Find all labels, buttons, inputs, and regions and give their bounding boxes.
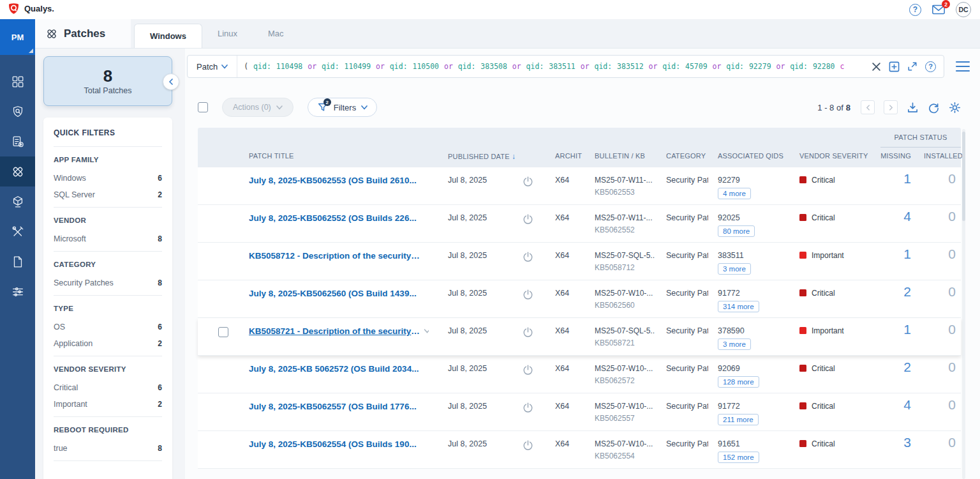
filter-item[interactable]: true8 (54, 440, 162, 457)
col-missing[interactable]: MISSING (880, 152, 924, 167)
sidebar-item-tools[interactable] (0, 217, 35, 247)
sidebar-item-dashboard[interactable] (0, 66, 35, 96)
patch-title-link[interactable]: July 8, 2025-KB5062560 (OS Build 1439... (249, 289, 417, 298)
more-qids-chip[interactable]: 80 more (718, 225, 755, 237)
search-query-input[interactable]: ( qid: 110498 or qid: 110499 or qid: 110… (237, 62, 864, 71)
row-checkbox[interactable] (218, 327, 228, 337)
severity-label: Critical (812, 176, 835, 185)
table-row[interactable]: July 8, 2025-KB5062557 (OS Build 1776...… (198, 393, 961, 431)
next-page-button[interactable] (884, 100, 898, 114)
col-installed[interactable]: INSTALLED (924, 152, 961, 167)
missing-count[interactable]: 2 (880, 280, 924, 317)
download-icon[interactable] (907, 102, 919, 114)
table-row[interactable]: July 8, 2025-KB5062553 (OS Build 2610...… (198, 167, 961, 205)
patch-title-link[interactable]: KB5058721 - Description of the security … (249, 326, 420, 336)
table-row[interactable]: July 8, 2025-KB5062552 (OS Builds 226...… (198, 205, 961, 243)
refresh-icon[interactable] (928, 102, 940, 114)
user-avatar[interactable]: DC (956, 2, 971, 17)
sidebar-item-shield-scan[interactable] (0, 96, 35, 126)
collapse-panel-button[interactable] (163, 73, 179, 90)
tab-mac[interactable]: Mac (253, 19, 299, 48)
search-scope-dropdown[interactable]: Patch (188, 56, 237, 77)
patch-title-link[interactable]: July 8, 2025-KB5062552 (OS Builds 226... (249, 213, 417, 223)
missing-count[interactable]: 3 (880, 431, 924, 468)
missing-count[interactable]: 4 (880, 205, 924, 242)
patch-title-link[interactable]: July 8, 2025-KB5062557 (OS Build 1776... (249, 402, 417, 411)
expand-search-icon[interactable] (907, 61, 917, 72)
table-row[interactable]: KB5058712 - Description of the security … (198, 243, 961, 280)
table-row[interactable]: July 8, 2025-KB5062560 (OS Build 1439...… (198, 280, 961, 318)
missing-count[interactable]: 1 (880, 243, 924, 280)
more-qids-chip[interactable]: 314 more (718, 301, 759, 312)
qid-value: 92069 (718, 364, 790, 373)
menu-icon[interactable] (956, 61, 970, 74)
table-scrollbar-thumb[interactable] (962, 132, 965, 221)
missing-count[interactable]: 1 (880, 167, 924, 204)
installed-count[interactable]: 0 (924, 280, 961, 317)
row-expand-chevron[interactable] (424, 326, 429, 335)
installed-count[interactable]: 0 (924, 243, 961, 280)
col-published-date[interactable]: PUBLISHED DATE ↓ (429, 152, 512, 167)
sidebar-item-assets[interactable] (0, 186, 35, 217)
module-switcher[interactable]: PM (0, 19, 35, 55)
col-vendor-severity[interactable]: VENDOR SEVERITY (790, 152, 880, 167)
filter-item[interactable]: Application2 (54, 335, 162, 352)
prev-page-button[interactable] (861, 100, 875, 114)
filter-item[interactable]: Critical6 (54, 379, 162, 396)
filter-item-count: 6 (158, 383, 162, 392)
filter-item[interactable]: Security Patches8 (54, 275, 162, 291)
col-patch-title[interactable]: PATCH TITLE (231, 152, 429, 167)
table-row[interactable]: July 8, 2025-KB5062554 (OS Builds 190...… (198, 431, 961, 469)
installed-count[interactable]: 0 (924, 205, 961, 242)
installed-count[interactable]: 0 (924, 356, 961, 393)
help-icon[interactable]: ? (909, 4, 921, 16)
installed-count[interactable]: 0 (924, 167, 961, 204)
more-qids-chip[interactable]: 3 more (718, 263, 751, 275)
table-row[interactable]: July 8, 2025-KB 5062572 (OS Build 2034..… (198, 356, 961, 393)
clear-search-icon[interactable] (872, 62, 881, 72)
more-qids-chip[interactable]: 128 more (718, 376, 759, 388)
select-all-checkbox[interactable] (198, 102, 208, 112)
kb-id: KB5062560 (595, 301, 655, 310)
more-qids-chip[interactable]: 152 more (718, 452, 759, 463)
col-associated-qids[interactable]: ASSOCIATED QIDS (708, 152, 790, 167)
filters-button[interactable]: 2 Filters (308, 98, 377, 117)
filter-item[interactable]: Microsoft8 (54, 231, 162, 247)
sidebar-item-jobs[interactable] (0, 126, 35, 156)
qid-value: 92025 (718, 213, 790, 222)
filter-item[interactable]: Windows6 (54, 170, 162, 186)
tab-windows[interactable]: Windows (134, 24, 202, 48)
patch-title-link[interactable]: July 8, 2025-KB5062553 (OS Build 2610... (249, 176, 417, 185)
col-bulletin-kb[interactable]: BULLETIN / KB (583, 152, 655, 167)
installed-count[interactable]: 0 (924, 393, 961, 430)
patch-title-link[interactable]: KB5058712 - Description of the security … (249, 251, 420, 261)
patch-title-link[interactable]: July 8, 2025-KB5062554 (OS Builds 190... (249, 439, 417, 449)
installed-count[interactable]: 0 (924, 318, 961, 355)
more-qids-chip[interactable]: 4 more (718, 188, 751, 199)
patch-title-link[interactable]: July 8, 2025-KB 5062572 (OS Build 2034..… (249, 364, 419, 374)
tab-linux[interactable]: Linux (202, 19, 253, 48)
sidebar-item-patches[interactable] (0, 156, 35, 186)
filter-item[interactable]: Important2 (54, 396, 162, 413)
add-query-icon[interactable] (889, 61, 900, 72)
more-qids-chip[interactable]: 211 more (718, 414, 759, 425)
missing-count[interactable]: 2 (880, 356, 924, 393)
total-patches-card[interactable]: 8 Total Patches (43, 56, 172, 106)
actions-button[interactable]: Actions (0) (222, 98, 293, 117)
missing-count[interactable]: 4 (880, 393, 924, 430)
notifications-button[interactable]: 2 (932, 4, 946, 15)
col-architecture[interactable]: ARCHIT (544, 152, 583, 167)
sidebar-item-reports[interactable] (0, 247, 35, 277)
sidebar-item-configuration[interactable] (0, 277, 35, 307)
col-category[interactable]: CATEGORY (655, 152, 708, 167)
search-help-icon[interactable]: ? (925, 61, 936, 72)
settings-gear-icon[interactable] (949, 102, 961, 114)
missing-count[interactable]: 1 (880, 318, 924, 355)
severity-label: Important (812, 251, 844, 260)
filter-item[interactable]: SQL Server2 (54, 186, 162, 203)
table-row[interactable]: KB5058721 - Description of the security … (198, 318, 961, 356)
query-value: 110500 (412, 62, 443, 71)
filter-item[interactable]: OS6 (54, 319, 162, 335)
installed-count[interactable]: 0 (924, 431, 961, 468)
more-qids-chip[interactable]: 3 more (718, 338, 751, 350)
